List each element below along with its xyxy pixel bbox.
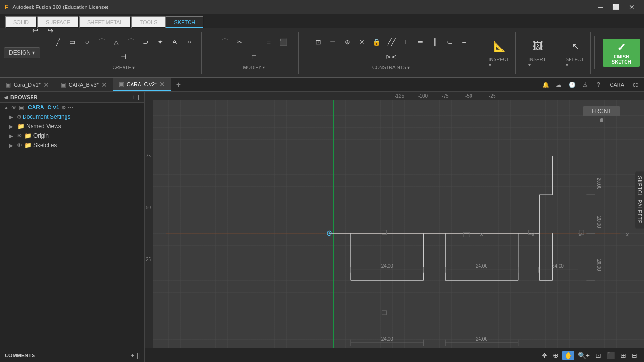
text-tool[interactable]: A: [168, 35, 182, 49]
help-btn[interactable]: ?: [593, 79, 604, 90]
zoom-fit-icon[interactable]: ⊡: [594, 351, 603, 360]
measure-tool[interactable]: 📐: [491, 38, 508, 55]
hand-icon[interactable]: ✋: [562, 351, 574, 360]
tab-cara-c-close[interactable]: ✕: [159, 81, 165, 88]
horizontal-constraint[interactable]: ═: [414, 35, 427, 49]
root-settings-icon[interactable]: ⚙: [61, 105, 66, 111]
origin-eye[interactable]: 👁: [17, 133, 22, 139]
conic-curve-tool[interactable]: ⊃: [139, 35, 152, 49]
insert-label: INSERT ▾: [528, 57, 547, 67]
canvas-background: -125 -100 -75 -50 -25 75 50 25: [145, 92, 644, 362]
orbit-icon[interactable]: ⊕: [551, 351, 561, 360]
midpoint-constraint[interactable]: ✕: [355, 35, 369, 49]
vertical-constraint[interactable]: ║: [429, 35, 442, 49]
create-tools: ╱ ▭ ○ ⌒ △ ⌒ ⊃ ✦ A ↔ ⊣: [50, 35, 197, 63]
browser-title: BROWSER: [10, 94, 132, 100]
select-tool[interactable]: ↖: [567, 38, 584, 55]
symmetry-constraint[interactable]: ⊳⊲: [385, 50, 398, 63]
spline-tool[interactable]: ⌒: [124, 35, 138, 49]
zoom-tool[interactable]: 🔍+: [576, 351, 592, 360]
ruler-label-100: -100: [418, 93, 428, 99]
sketches-eye[interactable]: 👁: [17, 142, 22, 148]
tab-cara-b-close[interactable]: ✕: [101, 81, 107, 89]
pan-icon[interactable]: ✥: [540, 351, 549, 360]
polygon-tool[interactable]: △: [110, 35, 123, 49]
sketches-folder-icon: 📁: [25, 142, 32, 148]
browser-expand[interactable]: +: [132, 94, 136, 100]
viewcube[interactable]: FRONT: [583, 106, 620, 144]
tangent-constraint[interactable]: ⊂: [443, 35, 456, 49]
tree-sketches[interactable]: ▶ 👁 📁 Sketches: [0, 140, 144, 150]
collapse-sidebar-icon[interactable]: ◀: [4, 94, 8, 100]
mirror-tool[interactable]: ⊣: [117, 50, 130, 63]
comments-collapse[interactable]: ||: [137, 352, 140, 359]
window-maximize[interactable]: ⬜: [608, 4, 624, 10]
tab-tools[interactable]: TOOLS: [131, 16, 165, 28]
clock-btn[interactable]: 🕐: [566, 79, 578, 90]
window-minimize[interactable]: ─: [594, 3, 608, 11]
account-btn[interactable]: cc: [630, 79, 641, 90]
notification-btn[interactable]: 🔔: [540, 79, 551, 90]
root-more-icon[interactable]: •••: [68, 105, 74, 110]
svg-text:24.00: 24.00: [552, 263, 564, 269]
sketches-label: Sketches: [33, 142, 57, 148]
tab-sketch[interactable]: SKETCH: [165, 16, 204, 28]
constraints-tools: ⊡ ⊣ ⊕ ✕ 🔒 ╱╱ ⊥ ═ ║ ⊂ = ⊳⊲: [312, 35, 471, 63]
root-arrow: ▲: [4, 105, 10, 110]
svg-rect-58: [382, 311, 386, 315]
finish-sketch-button[interactable]: ✓ FINISH SKETCH: [603, 39, 640, 67]
viewcube-dot[interactable]: [600, 118, 603, 122]
viewcube-front-label[interactable]: FRONT: [583, 106, 620, 116]
tree-origin[interactable]: ▶ 👁 📁 Origin: [0, 131, 144, 140]
break-tool[interactable]: ≡: [262, 35, 275, 49]
canvas-area[interactable]: -125 -100 -75 -50 -25 75 50 25: [145, 92, 644, 362]
tree-doc-settings[interactable]: ▶ ⚙ Document Settings: [0, 112, 144, 122]
browser-collapse[interactable]: ||: [138, 94, 140, 100]
tree-named-views[interactable]: ▶ 📁 Named Views: [0, 122, 144, 131]
named-views-folder-icon: 📁: [17, 123, 25, 130]
comments-add[interactable]: +: [131, 352, 135, 359]
dimension-tool[interactable]: ↔: [183, 35, 196, 49]
tab-cara-b[interactable]: ▣ CARA_B v3* ✕: [55, 78, 113, 91]
cloud-btn[interactable]: ☁: [553, 79, 564, 90]
new-tab-button[interactable]: +: [171, 78, 185, 91]
equal-constraint[interactable]: =: [458, 35, 471, 49]
sketch-palette-tab[interactable]: SKETCH PALETTE: [635, 172, 644, 229]
tab-cara-d-close[interactable]: ✕: [43, 81, 49, 89]
parallel-constraint[interactable]: ╱╱: [385, 35, 398, 49]
alert-btn[interactable]: ⚠: [579, 79, 591, 90]
extend-tool[interactable]: ⊐: [248, 35, 261, 49]
offset-tool[interactable]: ◻: [248, 50, 261, 63]
fillet-tool[interactable]: ⌒: [218, 35, 231, 49]
display-settings-icon[interactable]: ⬛: [605, 351, 617, 360]
ribbon-group-modify: ⌒ ✂ ⊐ ≡ ⬛ ◻ MODIFY ▾: [210, 32, 299, 74]
redo-btn[interactable]: ↪: [43, 24, 57, 37]
circle-tool[interactable]: ○: [81, 35, 94, 49]
trim-tool[interactable]: ✂: [233, 35, 246, 49]
point-tool[interactable]: ✦: [154, 35, 167, 49]
perpendicular-constraint[interactable]: ⊥: [399, 35, 413, 49]
undo-btn[interactable]: ↩: [28, 24, 41, 37]
window-close[interactable]: ✕: [624, 3, 639, 11]
fixed-constraint[interactable]: 🔒: [370, 35, 383, 49]
insert-tool[interactable]: 🖼: [529, 38, 546, 55]
rectangle-tool[interactable]: ▭: [66, 35, 79, 49]
origin-label: Origin: [33, 132, 49, 139]
arc-tool[interactable]: ⌒: [95, 35, 108, 49]
sketch-scale-tool[interactable]: ⬛: [277, 35, 290, 49]
viewport-settings-icon[interactable]: ⊟: [630, 351, 639, 360]
root-eye[interactable]: 👁: [11, 105, 17, 110]
tree-root[interactable]: ▲ 👁 ▣ CARA_C v1 ⚙ •••: [0, 103, 144, 112]
coincident-constraint[interactable]: ⊡: [312, 35, 325, 49]
constraints-label: CONSTRAINTS ▾: [372, 65, 410, 70]
design-button[interactable]: DESIGN ▾: [4, 47, 40, 58]
tab-cara-c[interactable]: ▣ CARA_C v2* ✕: [113, 78, 172, 91]
tab-sheet-metal[interactable]: SHEET METAL: [79, 16, 131, 28]
collinear-constraint[interactable]: ⊣: [326, 35, 339, 49]
user-label: CARA: [606, 82, 628, 88]
tab-cara-d[interactable]: ▣ Cara_D v1* ✕: [0, 78, 55, 91]
grid-settings-icon[interactable]: ⊞: [619, 351, 628, 360]
concentric-constraint[interactable]: ⊕: [341, 35, 354, 49]
svg-text:24.00: 24.00: [381, 337, 393, 342]
line-tool[interactable]: ╱: [51, 35, 65, 49]
